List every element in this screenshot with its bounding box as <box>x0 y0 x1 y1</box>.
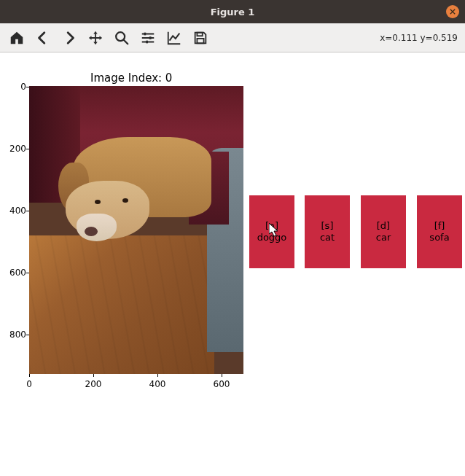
toolbar: x=0.111 y=0.519 <box>0 23 465 52</box>
label-key: [s] <box>321 220 334 232</box>
y-tick-label: 0 <box>6 82 26 92</box>
y-tick-mark <box>26 211 29 211</box>
save-icon <box>192 30 208 46</box>
y-tick-mark <box>26 149 29 149</box>
empty-area <box>0 406 465 476</box>
y-tick-label: 600 <box>6 268 26 278</box>
back-button[interactable] <box>31 26 55 50</box>
y-tick-label: 400 <box>6 206 26 216</box>
label-button-doggo[interactable]: [a] doggo <box>249 195 294 268</box>
home-icon <box>9 30 25 46</box>
label-key: [d] <box>377 220 390 232</box>
titlebar: Figure 1 <box>0 0 465 23</box>
x-tick-mark <box>29 374 30 377</box>
arrow-left-icon <box>35 30 51 46</box>
displayed-image <box>29 86 243 374</box>
svg-rect-2 <box>149 36 152 39</box>
edit-button[interactable] <box>162 26 187 50</box>
pan-button[interactable] <box>83 26 108 50</box>
close-button[interactable] <box>446 5 459 18</box>
svg-rect-1 <box>144 32 146 35</box>
window-title: Figure 1 <box>211 7 255 17</box>
chart-line-icon <box>166 30 182 46</box>
y-tick-mark <box>26 273 29 273</box>
configure-button[interactable] <box>136 26 160 50</box>
x-tick-mark <box>222 374 222 377</box>
x-tick-label: 400 <box>149 379 166 389</box>
label-text: doggo <box>257 232 287 243</box>
y-tick-label: 800 <box>6 329 26 340</box>
x-tick-mark <box>157 374 158 377</box>
label-text: cat <box>320 232 335 243</box>
home-button[interactable] <box>4 26 29 50</box>
svg-rect-3 <box>146 40 148 43</box>
x-tick-label: 0 <box>26 379 32 389</box>
label-key: [a] <box>265 220 278 232</box>
plot-canvas[interactable]: Image Index: 0 0 200 400 600 800 0 200 4… <box>0 52 465 406</box>
arrow-right-icon <box>61 30 77 46</box>
label-button-car[interactable]: [d] car <box>361 195 406 268</box>
close-icon <box>450 9 456 15</box>
label-text: car <box>376 232 391 243</box>
forward-button[interactable] <box>57 26 82 50</box>
y-tick-mark <box>26 335 29 335</box>
save-button[interactable] <box>188 26 213 50</box>
x-tick-label: 200 <box>85 379 102 389</box>
zoom-button[interactable] <box>109 26 134 50</box>
label-key: [f] <box>434 220 445 232</box>
svg-rect-4 <box>197 32 202 36</box>
y-tick-label: 200 <box>6 144 26 154</box>
label-button-sofa[interactable]: [f] sofa <box>417 195 462 268</box>
x-tick-mark <box>93 374 94 377</box>
svg-rect-5 <box>197 38 203 42</box>
x-tick-label: 600 <box>214 379 230 389</box>
move-icon <box>87 30 103 46</box>
cursor-coordinates: x=0.111 y=0.519 <box>380 33 458 43</box>
plot-title: Image Index: 0 <box>90 71 172 85</box>
y-tick-mark <box>26 87 29 87</box>
zoom-icon <box>114 30 130 46</box>
sliders-icon <box>140 30 156 46</box>
label-text: sofa <box>429 232 449 243</box>
label-button-cat[interactable]: [s] cat <box>305 195 350 268</box>
